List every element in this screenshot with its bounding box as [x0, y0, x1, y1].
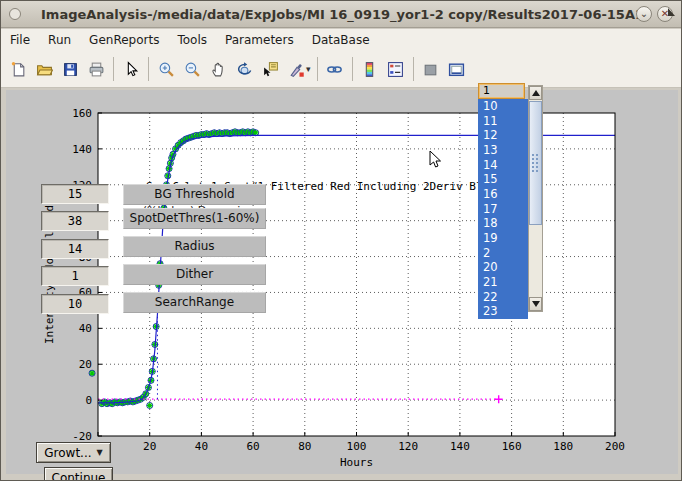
x-tick-label: 200	[605, 440, 625, 453]
save-button[interactable]	[57, 56, 83, 82]
pointer-button[interactable]	[118, 56, 144, 82]
print-icon	[88, 61, 105, 78]
param-button-spotdetthres-1-60-[interactable]: SpotDetThres(1-60%)	[123, 208, 266, 229]
plot-tools-hide-icon	[422, 61, 439, 78]
shade-button[interactable]: ⌄	[636, 6, 652, 22]
title-bar: ImageAnalysis-/media/data/ExpJobs/MI 16_…	[1, 1, 681, 28]
menu-parameters[interactable]: Parameters	[216, 30, 303, 50]
rotate-3d-icon	[236, 61, 253, 78]
up-arrow-icon	[532, 90, 540, 96]
spot-selector-combobox[interactable]: 1	[478, 83, 525, 99]
pan-hand-button[interactable]	[205, 56, 231, 82]
menu-bar: FileRunGenReportsToolsParametersDataBase	[1, 29, 681, 51]
y-tick-label: 20	[79, 358, 92, 371]
legend-icon	[387, 61, 404, 78]
menu-tools[interactable]: Tools	[168, 30, 216, 50]
spot-option-16[interactable]: 16	[478, 187, 528, 202]
zoom-in-icon	[158, 61, 175, 78]
plot-tools-hide-button[interactable]	[418, 56, 444, 82]
y-tick-label: 140	[72, 143, 92, 156]
link-plots-button[interactable]	[322, 56, 348, 82]
spot-option-11[interactable]: 11	[478, 114, 528, 129]
open-file-icon	[36, 61, 53, 78]
spot-option-17[interactable]: 17	[478, 202, 528, 217]
spot-selector-scrollbar[interactable]	[528, 85, 543, 312]
colorbar-icon	[361, 61, 378, 78]
spot-option-2[interactable]: 2	[478, 246, 528, 261]
spot-option-23[interactable]: 23	[478, 304, 528, 319]
data-cursor-button[interactable]	[257, 56, 283, 82]
menu-run[interactable]: Run	[39, 30, 80, 50]
scroll-up-button[interactable]	[529, 86, 542, 100]
x-tick-label: 120	[398, 440, 418, 453]
y-tick-label: 40	[79, 322, 92, 335]
y-tick-label: 160	[72, 107, 92, 120]
toolbar-separator	[413, 57, 414, 81]
param-button-dither[interactable]: Dither	[123, 264, 266, 285]
param-field-searchrange[interactable]: 10	[41, 294, 109, 314]
continue-button[interactable]: Continue	[44, 467, 113, 481]
toolbar-separator	[148, 57, 149, 81]
spot-option-18[interactable]: 18	[478, 216, 528, 231]
growth-dropdown[interactable]: Growt... ▼	[36, 442, 111, 463]
spot-option-10[interactable]: 10	[478, 99, 528, 114]
param-button-bg-threshold[interactable]: BG Threshold	[123, 184, 266, 205]
spot-option-19[interactable]: 19	[478, 231, 528, 246]
spot-option-15[interactable]: 15	[478, 172, 528, 187]
x-tick-label: 40	[195, 440, 208, 453]
new-file-icon	[10, 61, 27, 78]
colorbar-button[interactable]	[357, 56, 383, 82]
spot-option-22[interactable]: 22	[478, 290, 528, 305]
figure-canvas[interactable]: 020406080100120140160180200-200204060801…	[6, 90, 678, 474]
param-field-spotdetthres-1-60-[interactable]: 38	[41, 211, 109, 231]
param-field-radius[interactable]: 14	[41, 239, 109, 259]
window-title: ImageAnalysis-/media/data/ExpJobs/MI 16_…	[1, 7, 681, 22]
x-tick-label: 100	[347, 440, 367, 453]
new-file-button[interactable]	[5, 56, 31, 82]
print-button[interactable]	[83, 56, 109, 82]
mouse-cursor	[429, 151, 443, 169]
rotate-3d-button[interactable]	[231, 56, 257, 82]
y-tick-label: 0	[85, 394, 92, 407]
toolbar: ▾	[1, 51, 681, 88]
zoom-in-button[interactable]	[153, 56, 179, 82]
zoom-out-icon	[184, 61, 201, 78]
menu-file[interactable]: File	[1, 30, 39, 50]
pointer-icon	[123, 61, 140, 78]
spot-option-13[interactable]: 13	[478, 143, 528, 158]
menu-genreports[interactable]: GenReports	[80, 30, 168, 50]
x-tick-label: 160	[502, 440, 522, 453]
param-button-radius[interactable]: Radius	[123, 236, 266, 257]
brush-dropdown-caret-icon[interactable]: ▾	[306, 64, 311, 74]
plot-tools-dock-button[interactable]	[444, 56, 470, 82]
app-window: ImageAnalysis-/media/data/ExpJobs/MI 16_…	[0, 0, 682, 481]
scrollbar-thumb[interactable]	[529, 101, 542, 225]
scroll-down-button[interactable]	[529, 297, 542, 311]
x-tick-label: 60	[246, 440, 259, 453]
menu-database[interactable]: DataBase	[303, 30, 379, 50]
x-tick-label: 140	[450, 440, 470, 453]
param-field-bg-threshold[interactable]: 15	[41, 184, 109, 204]
spot-option-14[interactable]: 14	[478, 158, 528, 173]
thumb-grip	[531, 153, 540, 173]
data-cursor-icon	[262, 61, 279, 78]
window-icon	[9, 8, 21, 20]
param-button-searchrange[interactable]: SearchRange	[123, 292, 266, 313]
param-field-dither[interactable]: 1	[41, 266, 109, 286]
spot-option-21[interactable]: 21	[478, 275, 528, 290]
save-icon	[62, 61, 79, 78]
zoom-out-button[interactable]	[179, 56, 205, 82]
x-axis-label: Hours	[340, 456, 373, 469]
toolbar-separator	[352, 57, 353, 81]
legend-button[interactable]	[383, 56, 409, 82]
spot-option-12[interactable]: 12	[478, 128, 528, 143]
x-tick-label: 180	[553, 440, 573, 453]
plot-tools-dock-icon	[448, 61, 465, 78]
menu-dock-icon[interactable]	[668, 8, 675, 16]
toolbar-separator	[317, 57, 318, 81]
spot-option-20[interactable]: 20	[478, 260, 528, 275]
pan-hand-icon	[210, 61, 227, 78]
spot-selector-list: 10111213141516171819220212223	[478, 99, 528, 319]
open-file-button[interactable]	[31, 56, 57, 82]
toolbar-separator	[113, 57, 114, 81]
